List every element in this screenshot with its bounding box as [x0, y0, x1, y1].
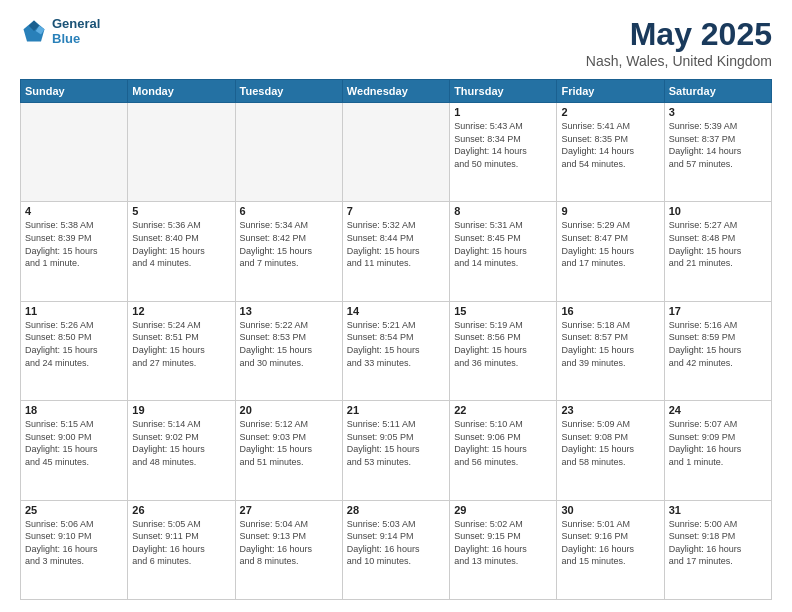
logo: General Blue	[20, 16, 100, 46]
calendar-cell: 22Sunrise: 5:10 AM Sunset: 9:06 PM Dayli…	[450, 401, 557, 500]
calendar-cell: 5Sunrise: 5:36 AM Sunset: 8:40 PM Daylig…	[128, 202, 235, 301]
day-info: Sunrise: 5:22 AM Sunset: 8:53 PM Dayligh…	[240, 319, 338, 369]
calendar-cell: 6Sunrise: 5:34 AM Sunset: 8:42 PM Daylig…	[235, 202, 342, 301]
day-info: Sunrise: 5:06 AM Sunset: 9:10 PM Dayligh…	[25, 518, 123, 568]
day-number: 5	[132, 205, 230, 217]
calendar-cell: 2Sunrise: 5:41 AM Sunset: 8:35 PM Daylig…	[557, 103, 664, 202]
day-info: Sunrise: 5:31 AM Sunset: 8:45 PM Dayligh…	[454, 219, 552, 269]
day-info: Sunrise: 5:12 AM Sunset: 9:03 PM Dayligh…	[240, 418, 338, 468]
day-info: Sunrise: 5:43 AM Sunset: 8:34 PM Dayligh…	[454, 120, 552, 170]
day-number: 21	[347, 404, 445, 416]
calendar-cell: 3Sunrise: 5:39 AM Sunset: 8:37 PM Daylig…	[664, 103, 771, 202]
day-info: Sunrise: 5:16 AM Sunset: 8:59 PM Dayligh…	[669, 319, 767, 369]
location: Nash, Wales, United Kingdom	[586, 53, 772, 69]
day-number: 18	[25, 404, 123, 416]
calendar-cell: 10Sunrise: 5:27 AM Sunset: 8:48 PM Dayli…	[664, 202, 771, 301]
calendar-cell: 18Sunrise: 5:15 AM Sunset: 9:00 PM Dayli…	[21, 401, 128, 500]
week-row-1: 1Sunrise: 5:43 AM Sunset: 8:34 PM Daylig…	[21, 103, 772, 202]
day-info: Sunrise: 5:04 AM Sunset: 9:13 PM Dayligh…	[240, 518, 338, 568]
weekday-header-tuesday: Tuesday	[235, 80, 342, 103]
day-info: Sunrise: 5:10 AM Sunset: 9:06 PM Dayligh…	[454, 418, 552, 468]
week-row-2: 4Sunrise: 5:38 AM Sunset: 8:39 PM Daylig…	[21, 202, 772, 301]
week-row-4: 18Sunrise: 5:15 AM Sunset: 9:00 PM Dayli…	[21, 401, 772, 500]
day-info: Sunrise: 5:29 AM Sunset: 8:47 PM Dayligh…	[561, 219, 659, 269]
logo-text: General Blue	[52, 16, 100, 46]
week-row-3: 11Sunrise: 5:26 AM Sunset: 8:50 PM Dayli…	[21, 301, 772, 400]
day-number: 9	[561, 205, 659, 217]
day-number: 23	[561, 404, 659, 416]
calendar-cell	[235, 103, 342, 202]
day-info: Sunrise: 5:21 AM Sunset: 8:54 PM Dayligh…	[347, 319, 445, 369]
day-number: 25	[25, 504, 123, 516]
week-row-5: 25Sunrise: 5:06 AM Sunset: 9:10 PM Dayli…	[21, 500, 772, 599]
weekday-header-wednesday: Wednesday	[342, 80, 449, 103]
day-info: Sunrise: 5:15 AM Sunset: 9:00 PM Dayligh…	[25, 418, 123, 468]
day-info: Sunrise: 5:03 AM Sunset: 9:14 PM Dayligh…	[347, 518, 445, 568]
calendar-cell: 16Sunrise: 5:18 AM Sunset: 8:57 PM Dayli…	[557, 301, 664, 400]
day-info: Sunrise: 5:38 AM Sunset: 8:39 PM Dayligh…	[25, 219, 123, 269]
calendar-cell: 9Sunrise: 5:29 AM Sunset: 8:47 PM Daylig…	[557, 202, 664, 301]
day-number: 17	[669, 305, 767, 317]
day-info: Sunrise: 5:01 AM Sunset: 9:16 PM Dayligh…	[561, 518, 659, 568]
page: General Blue May 2025 Nash, Wales, Unite…	[0, 0, 792, 612]
day-number: 11	[25, 305, 123, 317]
calendar-cell: 25Sunrise: 5:06 AM Sunset: 9:10 PM Dayli…	[21, 500, 128, 599]
day-number: 20	[240, 404, 338, 416]
weekday-header-row: SundayMondayTuesdayWednesdayThursdayFrid…	[21, 80, 772, 103]
month-title: May 2025	[586, 16, 772, 53]
calendar-cell: 28Sunrise: 5:03 AM Sunset: 9:14 PM Dayli…	[342, 500, 449, 599]
day-info: Sunrise: 5:11 AM Sunset: 9:05 PM Dayligh…	[347, 418, 445, 468]
day-number: 27	[240, 504, 338, 516]
day-number: 19	[132, 404, 230, 416]
day-number: 6	[240, 205, 338, 217]
day-info: Sunrise: 5:02 AM Sunset: 9:15 PM Dayligh…	[454, 518, 552, 568]
day-info: Sunrise: 5:05 AM Sunset: 9:11 PM Dayligh…	[132, 518, 230, 568]
calendar-cell: 1Sunrise: 5:43 AM Sunset: 8:34 PM Daylig…	[450, 103, 557, 202]
calendar-table: SundayMondayTuesdayWednesdayThursdayFrid…	[20, 79, 772, 600]
day-number: 4	[25, 205, 123, 217]
calendar-cell: 12Sunrise: 5:24 AM Sunset: 8:51 PM Dayli…	[128, 301, 235, 400]
calendar-cell	[128, 103, 235, 202]
day-info: Sunrise: 5:36 AM Sunset: 8:40 PM Dayligh…	[132, 219, 230, 269]
calendar-cell: 26Sunrise: 5:05 AM Sunset: 9:11 PM Dayli…	[128, 500, 235, 599]
calendar-cell: 29Sunrise: 5:02 AM Sunset: 9:15 PM Dayli…	[450, 500, 557, 599]
calendar-cell: 8Sunrise: 5:31 AM Sunset: 8:45 PM Daylig…	[450, 202, 557, 301]
calendar-cell: 17Sunrise: 5:16 AM Sunset: 8:59 PM Dayli…	[664, 301, 771, 400]
calendar-cell	[21, 103, 128, 202]
day-info: Sunrise: 5:32 AM Sunset: 8:44 PM Dayligh…	[347, 219, 445, 269]
calendar-cell: 13Sunrise: 5:22 AM Sunset: 8:53 PM Dayli…	[235, 301, 342, 400]
calendar-cell: 24Sunrise: 5:07 AM Sunset: 9:09 PM Dayli…	[664, 401, 771, 500]
calendar-cell: 14Sunrise: 5:21 AM Sunset: 8:54 PM Dayli…	[342, 301, 449, 400]
weekday-header-saturday: Saturday	[664, 80, 771, 103]
weekday-header-monday: Monday	[128, 80, 235, 103]
day-number: 3	[669, 106, 767, 118]
day-number: 13	[240, 305, 338, 317]
day-info: Sunrise: 5:07 AM Sunset: 9:09 PM Dayligh…	[669, 418, 767, 468]
weekday-header-sunday: Sunday	[21, 80, 128, 103]
day-number: 31	[669, 504, 767, 516]
calendar-cell: 27Sunrise: 5:04 AM Sunset: 9:13 PM Dayli…	[235, 500, 342, 599]
calendar-cell: 20Sunrise: 5:12 AM Sunset: 9:03 PM Dayli…	[235, 401, 342, 500]
title-block: May 2025 Nash, Wales, United Kingdom	[586, 16, 772, 69]
day-number: 15	[454, 305, 552, 317]
day-info: Sunrise: 5:41 AM Sunset: 8:35 PM Dayligh…	[561, 120, 659, 170]
day-info: Sunrise: 5:39 AM Sunset: 8:37 PM Dayligh…	[669, 120, 767, 170]
day-info: Sunrise: 5:18 AM Sunset: 8:57 PM Dayligh…	[561, 319, 659, 369]
day-number: 30	[561, 504, 659, 516]
day-number: 14	[347, 305, 445, 317]
day-info: Sunrise: 5:26 AM Sunset: 8:50 PM Dayligh…	[25, 319, 123, 369]
day-info: Sunrise: 5:34 AM Sunset: 8:42 PM Dayligh…	[240, 219, 338, 269]
calendar-cell: 21Sunrise: 5:11 AM Sunset: 9:05 PM Dayli…	[342, 401, 449, 500]
day-number: 24	[669, 404, 767, 416]
calendar-cell: 7Sunrise: 5:32 AM Sunset: 8:44 PM Daylig…	[342, 202, 449, 301]
day-number: 2	[561, 106, 659, 118]
calendar-cell: 19Sunrise: 5:14 AM Sunset: 9:02 PM Dayli…	[128, 401, 235, 500]
calendar-cell: 15Sunrise: 5:19 AM Sunset: 8:56 PM Dayli…	[450, 301, 557, 400]
day-number: 29	[454, 504, 552, 516]
day-number: 26	[132, 504, 230, 516]
calendar-cell	[342, 103, 449, 202]
weekday-header-friday: Friday	[557, 80, 664, 103]
header: General Blue May 2025 Nash, Wales, Unite…	[20, 16, 772, 69]
day-info: Sunrise: 5:09 AM Sunset: 9:08 PM Dayligh…	[561, 418, 659, 468]
weekday-header-thursday: Thursday	[450, 80, 557, 103]
